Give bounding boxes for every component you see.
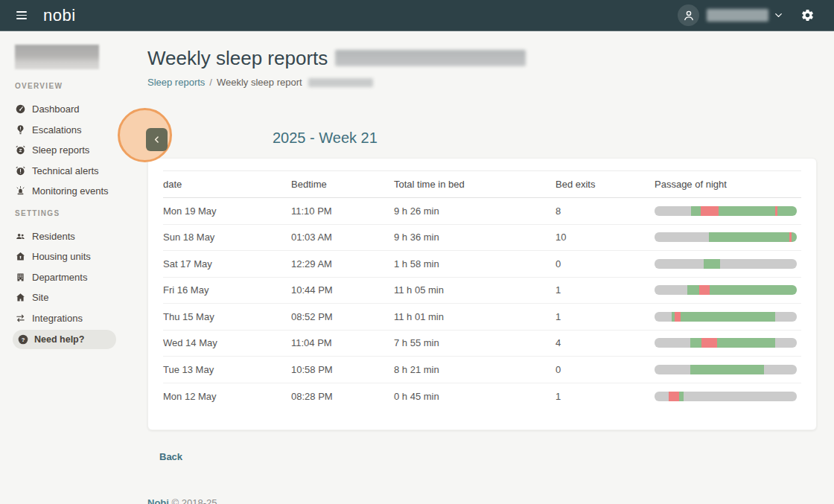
alarm-clock-icon <box>15 144 26 156</box>
cell-bed-exits: 10 <box>556 232 655 243</box>
sidebar-item-sleep-reports[interactable]: Sleep reports <box>15 140 124 161</box>
chevron-down-icon[interactable] <box>773 10 784 21</box>
alarm-alert-icon <box>15 165 26 176</box>
cell-total-time: 11 h 01 min <box>394 311 556 322</box>
need-help-button[interactable]: ? Need help? <box>13 330 116 349</box>
sidebar-item-integrations[interactable]: Integrations <box>15 308 124 329</box>
sidebar-item-site[interactable]: Site <box>15 287 124 308</box>
bar-segment-gray <box>720 259 797 269</box>
table-row: Sun 18 May01:03 AM9 h 36 min10 <box>163 225 801 252</box>
cell-total-time: 0 h 45 min <box>394 391 556 402</box>
previous-week-button[interactable] <box>146 128 168 151</box>
back-link[interactable]: Back <box>159 451 182 462</box>
breadcrumb-redacted <box>308 78 373 87</box>
topbar: nobi <box>0 0 834 31</box>
column-header-bed-exits: Bed exits <box>556 179 655 190</box>
bar-segment-gray <box>764 365 797 374</box>
sidebar-item-housing-units[interactable]: Housing units <box>15 246 124 267</box>
column-header-bedtime: Bedtime <box>291 179 394 190</box>
sidebar-item-technical-alerts[interactable]: Technical alerts <box>15 161 124 182</box>
sidebar-item-label: Site <box>32 292 48 303</box>
bar-segment-gray <box>655 392 669 401</box>
passage-of-night-bar <box>655 285 797 295</box>
footer-copyright-text: © 2018-25 <box>172 497 217 504</box>
bar-segment-gray <box>655 312 672 322</box>
breadcrumb: Sleep reports / Weekly sleep report <box>147 77 373 88</box>
user-avatar[interactable] <box>678 4 699 26</box>
sidebar-item-label: Technical alerts <box>32 165 99 176</box>
bar-segment-gray <box>684 392 797 401</box>
column-header-passage-of-night: Passage of night <box>655 179 801 190</box>
bar-segment-red <box>701 338 717 348</box>
table-row: Mon 12 May08:28 PM0 h 45 min1 <box>163 383 801 410</box>
sidebar-item-dashboard[interactable]: Dashboard <box>15 99 124 120</box>
bar-segment-green <box>709 232 790 242</box>
passage-of-night-bar <box>655 206 797 216</box>
people-icon <box>15 231 26 242</box>
org-logo-redacted <box>15 45 99 69</box>
sidebar-item-monitoring-events[interactable]: Monitoring events <box>15 181 124 202</box>
passage-of-night-bar <box>655 312 797 322</box>
sidebar-item-label: Residents <box>32 231 75 242</box>
cell-date: Wed 14 May <box>163 337 291 348</box>
cell-bed-exits: 0 <box>556 364 655 375</box>
bar-segment-green <box>717 338 775 348</box>
cell-bedtime: 10:58 PM <box>291 364 394 375</box>
sidebar-item-departments[interactable]: Departments <box>15 267 124 288</box>
question-icon: ? <box>17 334 29 345</box>
building-icon <box>15 272 26 283</box>
settings-gear-icon[interactable] <box>800 8 815 22</box>
chevron-left-icon <box>151 134 162 145</box>
cell-date: Mon 12 May <box>163 391 291 402</box>
cell-bed-exits: 0 <box>556 258 655 269</box>
breadcrumb-current: Weekly sleep report <box>217 77 302 88</box>
sidebar-item-label: Integrations <box>32 313 83 324</box>
cell-bedtime: 12:29 AM <box>291 258 394 269</box>
sidebar-section-label: OVERVIEW <box>15 82 124 91</box>
sidebar-item-label: Escalations <box>32 124 81 135</box>
passage-of-night-bar <box>655 365 797 374</box>
table-row: Fri 16 May10:44 PM11 h 05 min1 <box>163 278 801 304</box>
sidebar-item-residents[interactable]: Residents <box>15 226 124 247</box>
cell-bedtime: 01:03 AM <box>291 232 394 243</box>
sidebar-section-label: SETTINGS <box>15 209 124 218</box>
footer-brand-link[interactable]: Nobi <box>147 497 169 504</box>
column-header-date: date <box>163 179 291 190</box>
cell-bedtime: 11:10 PM <box>291 205 394 217</box>
bar-segment-red <box>701 206 719 216</box>
cell-total-time: 1 h 58 min <box>394 258 556 269</box>
page-title-text: Weekly sleep reports <box>147 46 328 70</box>
bar-segment-green <box>704 259 720 269</box>
sidebar-item-escalations[interactable]: Escalations <box>15 120 124 141</box>
table-row: Mon 19 May11:10 PM9 h 26 min8 <box>163 198 801 225</box>
passage-of-night-bar <box>655 232 797 242</box>
house-lock-icon <box>15 251 26 262</box>
bar-segment-green <box>691 206 701 216</box>
cell-date: Tue 13 May <box>163 364 291 375</box>
cell-bedtime: 11:04 PM <box>291 337 394 348</box>
table-body: Mon 19 May11:10 PM9 h 26 min8Sun 18 May0… <box>163 198 801 409</box>
svg-text:?: ? <box>22 336 25 343</box>
person-icon <box>681 8 696 23</box>
siren-icon <box>15 185 26 197</box>
bar-segment-green <box>687 285 699 295</box>
menu-icon[interactable] <box>16 11 27 19</box>
sidebar-item-label: Monitoring events <box>32 185 109 197</box>
user-name-redacted <box>707 9 768 22</box>
sidebar-item-label: Sleep reports <box>32 144 89 156</box>
cell-bed-exits: 1 <box>556 311 655 322</box>
cell-date: Mon 19 May <box>163 205 291 217</box>
table-header-row: dateBedtimeTotal time in bedBed exitsPas… <box>163 170 801 198</box>
bar-segment-green <box>690 365 764 374</box>
gauge-icon <box>15 103 26 115</box>
sidebar: OVERVIEWDashboardEscalationsSleep report… <box>0 31 124 504</box>
bar-segment-gray <box>775 312 797 322</box>
passage-of-night-bar <box>655 259 797 269</box>
breadcrumb-link-sleep-reports[interactable]: Sleep reports <box>147 77 205 88</box>
cell-date: Sun 18 May <box>163 232 291 243</box>
cell-bed-exits: 1 <box>556 391 655 402</box>
column-header-total-time-in-bed: Total time in bed <box>394 179 556 190</box>
sidebar-item-label: Departments <box>32 272 87 283</box>
bar-segment-red <box>669 392 679 401</box>
bar-segment-gray <box>655 232 709 242</box>
